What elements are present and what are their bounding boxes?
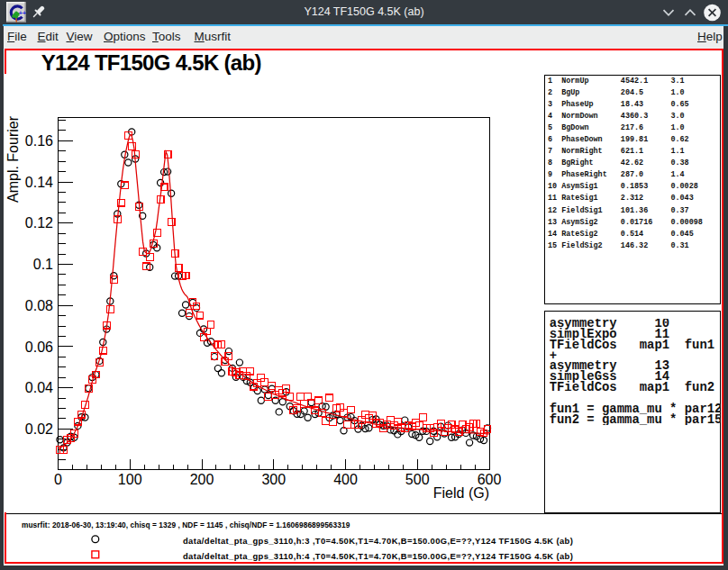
- svg-text:Field (G): Field (G): [433, 485, 489, 501]
- svg-text:Ampl. Fourier: Ampl. Fourier: [5, 115, 21, 203]
- svg-text:0.1: 0.1: [33, 257, 53, 272]
- svg-text:0.06: 0.06: [25, 339, 53, 355]
- svg-text:0.16: 0.16: [25, 133, 53, 149]
- svg-text:100: 100: [118, 472, 142, 487]
- svg-text:0.02: 0.02: [25, 421, 53, 437]
- svg-text:0: 0: [54, 472, 62, 487]
- svg-text:200: 200: [190, 472, 214, 487]
- svg-text:0.12: 0.12: [25, 215, 53, 231]
- svg-text:0.14: 0.14: [25, 175, 53, 190]
- svg-text:0.04: 0.04: [25, 380, 53, 395]
- svg-text:0.08: 0.08: [25, 298, 53, 313]
- svg-text:300: 300: [261, 472, 286, 487]
- svg-text:500: 500: [405, 472, 430, 487]
- svg-text:400: 400: [333, 472, 358, 487]
